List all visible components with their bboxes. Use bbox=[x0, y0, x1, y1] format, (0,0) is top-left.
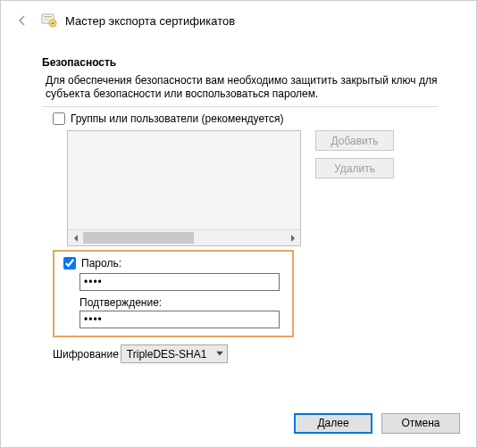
groups-area: Добавить Удалить bbox=[67, 130, 439, 246]
scroll-left-button[interactable] bbox=[68, 230, 83, 245]
chevron-left-icon bbox=[73, 235, 79, 242]
scroll-right-button[interactable] bbox=[285, 230, 300, 245]
page-subtitle: Для обеспечения безопасности вам необход… bbox=[46, 74, 439, 101]
encryption-row: Шифрование TripleDES-SHA1 bbox=[53, 344, 439, 363]
wizard-footer: Далее Отмена bbox=[1, 399, 476, 447]
groups-checkbox-label[interactable]: Группы или пользователи (рекомендуется) bbox=[71, 112, 284, 125]
separator bbox=[42, 106, 439, 107]
password-checkbox-row: Пароль: bbox=[63, 257, 283, 270]
remove-button: Удалить bbox=[315, 158, 394, 178]
principals-listbox bbox=[67, 130, 301, 246]
chevron-right-icon bbox=[290, 235, 296, 242]
wizard-title: Мастер экспорта сертификатов bbox=[65, 14, 235, 28]
cancel-button[interactable]: Отмена bbox=[381, 413, 460, 434]
principals-buttons: Добавить Удалить bbox=[315, 130, 394, 178]
certificate-wizard-icon bbox=[40, 12, 58, 29]
title-bar: Мастер экспорта сертификатов bbox=[1, 1, 476, 35]
wizard-window: Мастер экспорта сертификатов Безопасност… bbox=[0, 0, 477, 448]
svg-rect-1 bbox=[44, 16, 52, 17]
confirm-password-label: Подтверждение: bbox=[80, 296, 283, 309]
page-heading: Безопасность bbox=[42, 56, 439, 69]
scrollbar-thumb[interactable] bbox=[83, 232, 194, 244]
groups-checkbox[interactable] bbox=[53, 112, 65, 125]
confirm-password-input[interactable] bbox=[80, 311, 280, 328]
encryption-selected-value: TripleDES-SHA1 bbox=[127, 348, 207, 361]
password-input[interactable] bbox=[80, 273, 280, 291]
password-checkbox-label[interactable]: Пароль: bbox=[81, 257, 121, 270]
groups-checkbox-row: Группы или пользователи (рекомендуется) bbox=[53, 112, 439, 125]
password-checkbox[interactable] bbox=[63, 257, 76, 270]
chevron-down-icon bbox=[216, 350, 223, 358]
encryption-label: Шифрование bbox=[53, 348, 119, 361]
add-button: Добавить bbox=[315, 130, 394, 151]
horizontal-scrollbar[interactable] bbox=[68, 229, 300, 245]
encryption-combobox[interactable]: TripleDES-SHA1 bbox=[121, 344, 228, 363]
wizard-page: Безопасность Для обеспечения безопасност… bbox=[1, 35, 476, 399]
svg-rect-2 bbox=[44, 19, 52, 20]
next-button[interactable]: Далее bbox=[294, 413, 372, 434]
svg-rect-3 bbox=[44, 21, 49, 21]
arrow-left-icon bbox=[15, 13, 29, 28]
scrollbar-track[interactable] bbox=[83, 230, 285, 245]
back-button[interactable] bbox=[13, 12, 31, 29]
password-section: Пароль: Подтверждение: bbox=[53, 250, 294, 337]
